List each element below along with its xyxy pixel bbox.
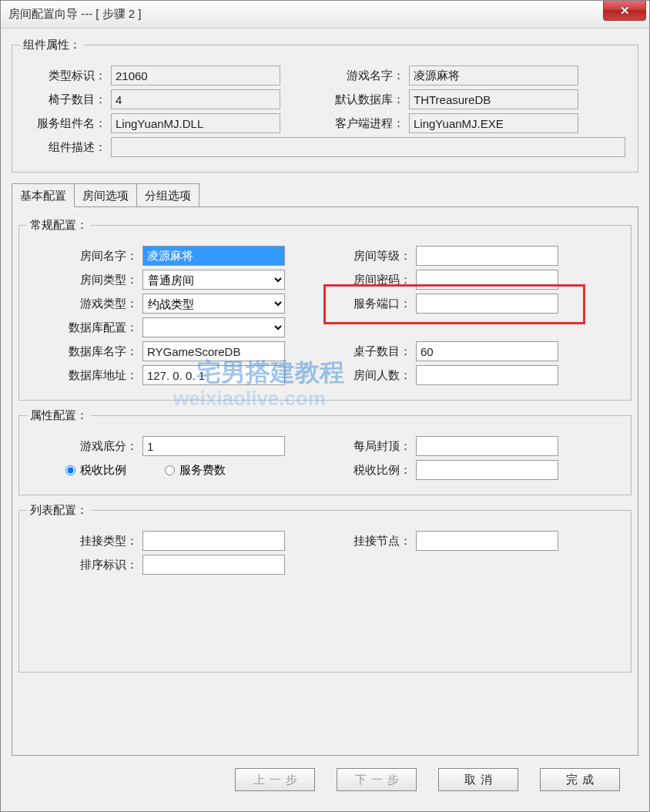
room-pwd-label: 房间密码： xyxy=(331,273,416,287)
list-config-group: 列表配置： 挂接类型： 挂接节点： 排序标识： xyxy=(18,503,632,673)
component-props-group: 组件属性： 类型标识： 游戏名字： 椅子数目： 默认数据库： xyxy=(12,38,638,173)
room-type-label: 房间类型： xyxy=(27,273,142,287)
room-level-input[interactable] xyxy=(416,246,558,266)
content-area: 组件属性： 类型标识： 游戏名字： 椅子数目： 默认数据库： xyxy=(1,29,649,811)
service-fee-radio-input[interactable] xyxy=(165,465,175,475)
room-cap-input[interactable] xyxy=(416,365,558,385)
close-button[interactable]: ✕ xyxy=(603,1,646,21)
db-name-label: 数据库名字： xyxy=(27,344,142,359)
tab-strip: 基本配置 房间选项 分组选项 xyxy=(12,183,638,207)
svc-component-field xyxy=(111,113,280,133)
db-addr-input[interactable] xyxy=(142,365,285,385)
hook-type-label: 挂接类型： xyxy=(27,534,142,549)
hook-node-input[interactable] xyxy=(416,531,558,551)
client-proc-label: 客户端进程： xyxy=(324,116,409,131)
hook-node-label: 挂接节点： xyxy=(331,534,416,549)
room-type-select[interactable]: 普通房间 xyxy=(142,270,285,290)
general-legend: 常规配置： xyxy=(27,218,91,233)
svc-port-label: 服务端口： xyxy=(331,297,416,311)
component-props-legend: 组件属性： xyxy=(20,38,84,52)
sort-id-input[interactable] xyxy=(142,555,285,575)
svc-port-input[interactable] xyxy=(416,294,558,314)
tax-ratio-radio-input[interactable] xyxy=(65,465,75,475)
default-db-label: 默认数据库： xyxy=(324,92,409,107)
tab-group-options[interactable]: 分组选项 xyxy=(136,183,199,206)
desc-label: 组件描述： xyxy=(20,140,111,155)
close-icon: ✕ xyxy=(620,4,630,18)
game-type-select[interactable]: 约战类型 xyxy=(142,294,285,314)
window-title: 房间配置向导 --- [ 步骤 2 ] xyxy=(8,7,142,22)
hook-type-input[interactable] xyxy=(142,531,285,551)
room-name-input[interactable] xyxy=(142,246,285,266)
prev-button[interactable]: 上一步 xyxy=(235,768,315,791)
wizard-window: 房间配置向导 --- [ 步骤 2 ] ✕ 组件属性： 类型标识： 游戏名字： xyxy=(0,0,650,812)
type-id-field xyxy=(111,65,280,86)
list-legend: 列表配置： xyxy=(27,503,91,518)
client-proc-field xyxy=(409,113,578,133)
game-name-label: 游戏名字： xyxy=(324,69,409,83)
db-name-input[interactable] xyxy=(142,341,285,361)
game-type-label: 游戏类型： xyxy=(27,297,142,311)
room-level-label: 房间等级： xyxy=(331,249,416,263)
tax-ratio-radio[interactable]: 税收比例 xyxy=(65,463,126,478)
tax-ratio-label: 税收比例： xyxy=(331,463,416,478)
general-config-group: 常规配置： 房间名字： 房间等级： 房间类型： 普通房 xyxy=(18,218,632,401)
tab-body: 常规配置： 房间名字： 房间等级： 房间类型： 普通房 xyxy=(12,207,638,756)
button-bar: 上一步 下一步 取消 完成 xyxy=(12,756,638,805)
table-count-label: 桌子数目： xyxy=(331,344,416,359)
base-score-label: 游戏底分： xyxy=(27,439,142,454)
sort-id-label: 排序标识： xyxy=(27,558,142,572)
attr-legend: 属性配置： xyxy=(27,408,91,423)
tab-room-options[interactable]: 房间选项 xyxy=(74,183,137,206)
cancel-button[interactable]: 取消 xyxy=(438,768,518,791)
game-name-field xyxy=(409,65,578,86)
tab-basic[interactable]: 基本配置 xyxy=(12,183,75,207)
service-fee-radio[interactable]: 服务费数 xyxy=(165,463,226,478)
db-config-label: 数据库配置： xyxy=(27,320,142,335)
attr-config-group: 属性配置： 游戏底分： 每局封顶： 税收比例 xyxy=(18,408,632,495)
round-cap-label: 每局封顶： xyxy=(331,439,416,454)
chair-count-label: 椅子数目： xyxy=(20,92,111,107)
tax-ratio-input[interactable] xyxy=(416,460,558,480)
titlebar: 房间配置向导 --- [ 步骤 2 ] ✕ xyxy=(1,1,649,29)
desc-field xyxy=(111,137,625,157)
db-addr-label: 数据库地址： xyxy=(27,368,142,383)
type-id-label: 类型标识： xyxy=(20,69,111,83)
room-cap-label: 房间人数： xyxy=(331,368,416,383)
default-db-field xyxy=(409,89,578,109)
next-button[interactable]: 下一步 xyxy=(337,768,417,791)
table-count-input[interactable] xyxy=(416,341,558,361)
room-name-label: 房间名字： xyxy=(27,249,142,263)
watermark-text-2: weixiaolive.com xyxy=(173,387,326,411)
svc-component-label: 服务组件名： xyxy=(20,116,111,131)
base-score-input[interactable] xyxy=(142,436,285,456)
db-config-select[interactable] xyxy=(142,317,285,337)
round-cap-input[interactable] xyxy=(416,436,558,456)
finish-button[interactable]: 完成 xyxy=(540,768,620,791)
room-pwd-input[interactable] xyxy=(416,270,558,290)
chair-count-field xyxy=(111,89,280,109)
